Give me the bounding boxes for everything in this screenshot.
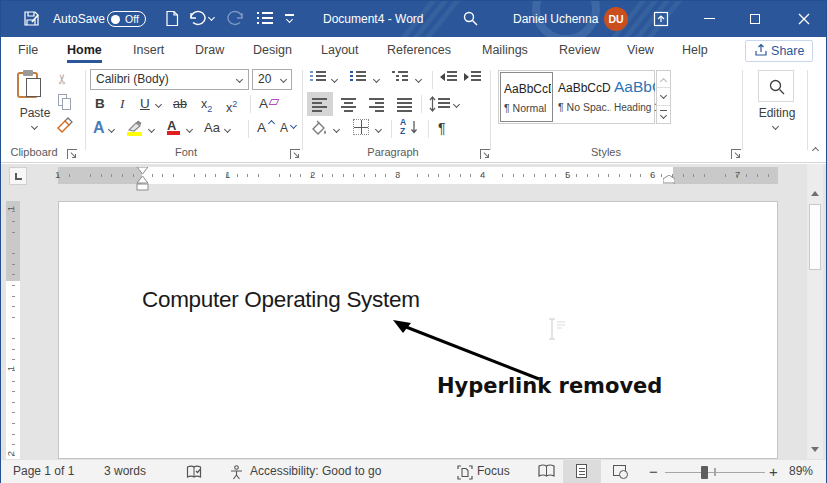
borders-button[interactable] xyxy=(353,119,369,135)
text-effects-button[interactable]: A xyxy=(93,118,105,138)
styles-scroll-down[interactable] xyxy=(657,89,670,106)
tab-review[interactable]: Review xyxy=(559,43,600,57)
undo-icon[interactable] xyxy=(188,10,206,27)
borders-dropdown-icon[interactable] xyxy=(375,126,382,133)
numbering-button[interactable] xyxy=(350,71,366,83)
redo-icon[interactable] xyxy=(227,10,245,27)
tab-references[interactable]: References xyxy=(387,43,451,57)
clipboard-dialog-launcher[interactable] xyxy=(67,149,77,159)
pilcrow-button[interactable]: ¶ xyxy=(438,118,446,138)
accessibility-icon[interactable] xyxy=(229,465,244,480)
multilevel-list-button[interactable] xyxy=(392,71,408,83)
zoom-slider-handle[interactable] xyxy=(701,466,708,479)
line-spacing-button[interactable] xyxy=(429,96,451,114)
strikethrough-button[interactable]: ab xyxy=(173,94,187,114)
format-painter-icon[interactable] xyxy=(56,116,74,134)
editing-button[interactable] xyxy=(758,70,794,102)
new-document-icon[interactable] xyxy=(164,10,180,27)
styles-more-button[interactable] xyxy=(657,107,670,123)
vertical-scrollbar[interactable] xyxy=(807,164,823,459)
tab-help[interactable]: Help xyxy=(682,43,708,57)
save-icon[interactable] xyxy=(23,10,40,27)
minimize-button[interactable] xyxy=(686,1,732,37)
font-dialog-launcher[interactable] xyxy=(290,149,300,159)
tab-draw[interactable]: Draw xyxy=(195,43,224,57)
scroll-up-icon[interactable] xyxy=(811,191,819,196)
web-layout-button[interactable] xyxy=(601,460,639,483)
collapse-ribbon-icon[interactable] xyxy=(812,147,819,154)
word-count[interactable]: 3 words xyxy=(104,464,146,478)
shading-dropdown-icon[interactable] xyxy=(333,126,340,133)
bullets-dropdown-icon[interactable] xyxy=(331,76,338,83)
qat-customize-icon[interactable] xyxy=(285,14,294,22)
vertical-ruler[interactable]: 1 1 2 xyxy=(6,201,20,459)
style-no-spacing[interactable]: AaBbCcDc ¶ No Spac... xyxy=(556,72,612,122)
text-effects-dropdown-icon[interactable] xyxy=(108,126,115,133)
scroll-down-icon[interactable] xyxy=(811,447,819,452)
paste-button[interactable]: Paste xyxy=(13,69,57,139)
undo-dropdown-icon[interactable] xyxy=(208,14,215,21)
share-button[interactable]: Share xyxy=(745,40,813,62)
zoom-out-button[interactable]: − xyxy=(649,463,658,480)
tab-insert[interactable]: Insert xyxy=(133,43,164,57)
tab-view[interactable]: View xyxy=(627,43,654,57)
tab-mailings[interactable]: Mailings xyxy=(482,43,528,57)
numbering-dropdown-icon[interactable] xyxy=(373,76,380,83)
align-center-button[interactable] xyxy=(341,98,357,114)
tab-layout[interactable]: Layout xyxy=(321,43,359,57)
sort-button[interactable]: A Z xyxy=(400,118,420,136)
line-spacing-dropdown-icon[interactable] xyxy=(453,101,460,108)
increase-indent-button[interactable] xyxy=(464,71,481,83)
underline-button[interactable]: U xyxy=(140,94,150,114)
bullets-button[interactable] xyxy=(310,71,326,83)
cut-icon[interactable]: ✂ xyxy=(54,73,70,85)
justify-button[interactable] xyxy=(397,98,413,114)
font-color-button[interactable]: A xyxy=(167,118,182,136)
style-heading1[interactable]: AaBbC( Heading 1 xyxy=(614,72,655,122)
decrease-indent-button[interactable] xyxy=(440,71,457,83)
user-name[interactable]: Daniel Uchenna xyxy=(513,12,598,26)
quick-list-icon[interactable] xyxy=(257,12,273,25)
font-color-dropdown-icon[interactable] xyxy=(186,126,193,133)
editing-dropdown-icon[interactable] xyxy=(772,123,779,130)
shrink-font-button[interactable]: A xyxy=(280,118,288,138)
read-mode-button[interactable] xyxy=(529,460,563,483)
styles-scroll-up[interactable] xyxy=(657,71,670,88)
tab-home[interactable]: Home xyxy=(67,43,102,63)
autosave-toggle[interactable]: Off xyxy=(107,11,146,27)
zoom-level[interactable]: 89% xyxy=(789,464,813,478)
bold-button[interactable]: B xyxy=(95,94,105,114)
paragraph-dialog-launcher[interactable] xyxy=(480,149,490,159)
align-right-button[interactable] xyxy=(369,98,385,114)
accessibility-status[interactable]: Accessibility: Good to go xyxy=(250,464,381,478)
page-indicator[interactable]: Page 1 of 1 xyxy=(13,464,74,478)
change-case-button[interactable]: Aa xyxy=(204,118,220,138)
search-icon[interactable] xyxy=(462,10,479,27)
style-normal[interactable]: AaBbCcDc ¶ Normal xyxy=(500,72,553,122)
proofing-icon[interactable] xyxy=(186,465,202,480)
tab-file[interactable]: File xyxy=(18,43,38,57)
zoom-in-button[interactable]: + xyxy=(769,463,778,480)
print-layout-button[interactable] xyxy=(563,460,601,483)
subscript-button[interactable]: x2 xyxy=(201,94,212,119)
highlight-dropdown-icon[interactable] xyxy=(148,126,155,133)
tab-design[interactable]: Design xyxy=(253,43,292,57)
right-indent-marker[interactable] xyxy=(663,175,675,184)
shading-button[interactable] xyxy=(310,120,328,136)
font-size-select[interactable]: 20 xyxy=(252,69,292,90)
horizontal-ruler[interactable]: 1 1 2 3 4 5 6 7 xyxy=(58,167,778,184)
align-left-button[interactable] xyxy=(307,92,333,116)
grow-font-button[interactable]: A xyxy=(257,118,266,138)
focus-button[interactable]: Focus xyxy=(477,464,510,478)
scrollbar-thumb[interactable] xyxy=(809,204,821,270)
underline-dropdown-icon[interactable] xyxy=(155,101,162,108)
tab-stop-selector[interactable] xyxy=(9,167,27,185)
clear-formatting-button[interactable]: A xyxy=(259,94,268,114)
maximize-button[interactable] xyxy=(732,1,778,37)
highlight-button[interactable] xyxy=(127,120,145,138)
indent-markers[interactable] xyxy=(136,167,149,192)
document-page[interactable]: Computer Operating System Hyperlink remo… xyxy=(58,201,778,459)
italic-button[interactable]: I xyxy=(120,94,125,114)
font-family-select[interactable]: Calibri (Body) xyxy=(90,69,249,90)
copy-icon[interactable] xyxy=(58,94,72,110)
